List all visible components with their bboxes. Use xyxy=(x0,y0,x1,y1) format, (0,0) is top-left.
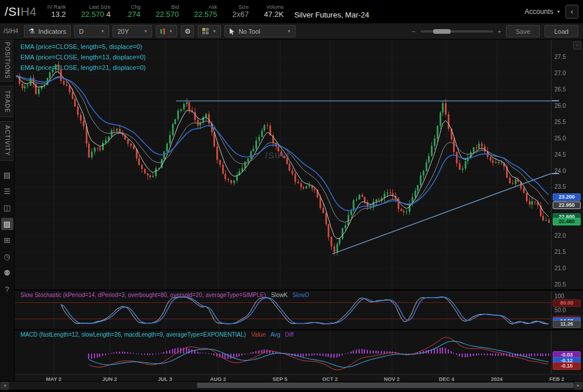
no-tool-label: No Tool xyxy=(238,28,260,35)
slider-thumb[interactable] xyxy=(433,29,451,34)
chart-menu-button[interactable]: − xyxy=(573,41,581,50)
trendline-axis-stub xyxy=(552,173,559,174)
range-dropdown[interactable]: 20Y ▼ xyxy=(113,25,152,37)
horizontal-scrollbar[interactable]: ◂ ▸ xyxy=(0,381,583,390)
range-value: 20Y xyxy=(117,28,129,35)
macd-legend-avg: Avg xyxy=(271,331,280,338)
flask-icon: ⚗ xyxy=(29,28,35,35)
chart-type-dropdown[interactable]: ▼ xyxy=(156,25,177,37)
timeframe-value: D xyxy=(79,28,83,35)
accounts-label: Accounts xyxy=(525,8,553,16)
price-plot[interactable]: EMA (price=CLOSE, length=5, displace=0)E… xyxy=(15,40,551,289)
indicators-button[interactable]: ⚗ Indicators xyxy=(24,25,71,37)
chart-column: EMA (price=CLOSE, length=5, displace=0)E… xyxy=(15,40,583,381)
stat-value: 47.2K xyxy=(264,10,284,19)
chart-settings-button[interactable]: ⚙ xyxy=(181,25,194,37)
stoch-bubble: 80.00 xyxy=(553,299,581,307)
stat-size: Size2x67 xyxy=(233,4,249,19)
zoom-in-button[interactable]: + xyxy=(498,28,501,35)
stochastic-axis[interactable]: 10050.080.0020.0014.5911.26 xyxy=(551,291,583,329)
price-tick: 25.5 xyxy=(554,119,566,125)
price-tick: 27.0 xyxy=(554,70,566,76)
bottom-strip xyxy=(0,390,583,392)
sidebar-tab-trade[interactable]: TRADE xyxy=(0,86,14,117)
chevron-down-icon: ▼ xyxy=(212,29,216,33)
price-axis[interactable]: − 27.527.026.526.025.525.024.524.023.523… xyxy=(551,40,583,289)
price-tick: 21.5 xyxy=(554,249,566,255)
drawing-tool-dropdown[interactable]: No Tool ▼ xyxy=(224,25,296,37)
left-sidebar: POSITIONSTRADEACTIVITY▤☰◫▨⊞◷⚉? xyxy=(0,40,15,381)
cursor-icon xyxy=(229,28,235,35)
ema-study-label-1[interactable]: EMA (price=CLOSE, length=13, displace=0) xyxy=(20,52,146,62)
monitor-icon[interactable]: ◫ xyxy=(1,202,13,214)
help-icon[interactable]: ? xyxy=(1,283,13,295)
stochastic-study-label[interactable]: Slow Stochastic (kPeriod=14, dPeriod=3, … xyxy=(20,292,266,298)
symbol-root: /SI xyxy=(5,5,20,18)
ema-study-label-0[interactable]: EMA (price=CLOSE, length=5, displace=0) xyxy=(20,41,146,52)
main-region: POSITIONSTRADEACTIVITY▤☰◫▨⊞◷⚉? EMA (pric… xyxy=(0,40,583,381)
ledger-icon[interactable]: ▤ xyxy=(1,169,13,181)
stoch-tick: 100 xyxy=(554,294,564,299)
stochastic-pane: Slow Stochastic (kPeriod=14, dPeriod=3, … xyxy=(15,289,583,329)
macd-plot[interactable]: MACD (fastLength=12, slowLength=26, macd… xyxy=(15,330,551,374)
macd-axis[interactable]: -0.03-0.12-0.15 xyxy=(551,330,583,374)
timeframe-dropdown[interactable]: D ▼ xyxy=(74,25,109,37)
sidebar-tab-positions[interactable]: POSITIONS xyxy=(0,40,14,82)
community-icon[interactable]: ⚉ xyxy=(1,267,13,279)
price-tick: 26.0 xyxy=(554,103,566,109)
scroll-right-arrow[interactable]: ▸ xyxy=(574,382,582,390)
price-tick: 26.5 xyxy=(554,87,566,93)
chart-toolbar: /SIH4 ⚗ Indicators D ▼ 20Y ▼ ▼ ⚙ ▼ No To… xyxy=(0,23,583,40)
stat-value: .274 xyxy=(126,10,141,19)
zoom-out-button[interactable]: − xyxy=(412,28,415,35)
stat-ask: Ask22.575 xyxy=(194,4,217,19)
stochastic-legend: SlowKSlowD xyxy=(271,292,309,298)
price-bubble: 23.200 xyxy=(553,193,581,201)
scroll-left-arrow[interactable]: ◂ xyxy=(1,382,9,390)
symbol-title: /SIH4 xyxy=(5,5,37,19)
price-tick: 21.0 xyxy=(554,266,566,271)
accounts-dropdown[interactable]: Accounts ▼ xyxy=(525,8,561,16)
price-tick: 27.5 xyxy=(554,54,566,60)
stoch-bubble: 11.26 xyxy=(553,320,581,328)
price-canvas[interactable] xyxy=(15,40,551,289)
load-button[interactable]: Load xyxy=(545,25,578,37)
macd-label-row: MACD (fastLength=12, slowLength=26, macd… xyxy=(20,331,294,338)
apps-grid-icon[interactable]: ⊞ xyxy=(1,234,13,246)
scrollbar-thumb[interactable] xyxy=(197,383,574,388)
chart-style-dropdown[interactable]: ▼ xyxy=(198,25,221,37)
time-axis[interactable]: MAY 2JUN 2JUL 3AUG 2SEP 5OCT 2NOV 2DEC 4… xyxy=(15,374,583,381)
instrument-description: Silver Futures, Mar-24 xyxy=(294,10,370,19)
charts-icon[interactable]: ▨ xyxy=(1,218,13,230)
topbar-right: Accounts ▼ ‹ xyxy=(525,5,578,19)
stat-volume: Volume47.2K xyxy=(264,4,284,19)
chevron-down-icon: ▼ xyxy=(556,9,561,15)
ema-study-label-2[interactable]: EMA (price=CLOSE, length=21, displace=0) xyxy=(20,62,146,73)
stat-value: 22.570 4 xyxy=(81,10,111,19)
stat-value: 22.575 xyxy=(194,10,217,19)
app-window: /SIH4 IV Rank13.2Last Size22.570 4Chg.27… xyxy=(0,0,583,392)
watchlist-icon[interactable]: ☰ xyxy=(1,185,13,197)
save-button[interactable]: Save xyxy=(506,25,540,37)
collapse-panel-button[interactable]: ‹ xyxy=(566,5,578,19)
price-tick: 25.0 xyxy=(554,136,566,142)
stat-extra: 4 xyxy=(104,10,111,19)
stat-last-size: Last Size22.570 4 xyxy=(81,4,111,19)
macd-bubble: -0.15 xyxy=(553,362,581,370)
price-tick: 24.5 xyxy=(554,152,566,158)
macd-study-label[interactable]: MACD (fastLength=12, slowLength=26, macd… xyxy=(20,331,246,338)
style-grid-icon xyxy=(202,28,209,34)
stat-bid: Bid22.570 xyxy=(156,4,179,19)
price-bubble: 22.460 xyxy=(553,218,581,225)
symbol-watermark: /SIH4 xyxy=(265,150,290,160)
quote-bar: /SIH4 IV Rank13.2Last Size22.570 4Chg.27… xyxy=(0,0,583,23)
time-zoom-slider[interactable] xyxy=(420,30,493,33)
stat-chg: Chg.274 xyxy=(126,4,141,19)
sidebar-tab-activity[interactable]: ACTIVITY xyxy=(0,121,14,161)
study-labels: EMA (price=CLOSE, length=5, displace=0)E… xyxy=(20,41,146,73)
price-tick: 20.5 xyxy=(554,282,566,288)
stoch-tick: 50.0 xyxy=(554,308,566,313)
stoch-legend-slowk: SlowK xyxy=(271,292,287,298)
stochastic-plot[interactable]: Slow Stochastic (kPeriod=14, dPeriod=3, … xyxy=(15,291,551,329)
clock-icon[interactable]: ◷ xyxy=(1,250,13,263)
